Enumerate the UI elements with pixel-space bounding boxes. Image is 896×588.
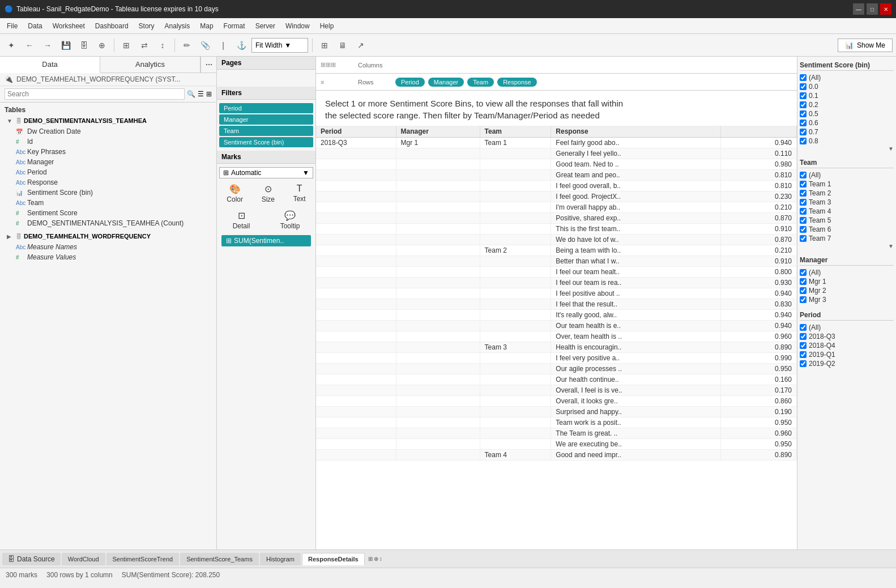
filter-check-item[interactable]: 0.1 xyxy=(800,91,894,100)
sentiment-scroll-down[interactable]: ▼ xyxy=(800,146,894,152)
pin-icon[interactable]: 📎 xyxy=(197,37,213,53)
filter-checkbox[interactable] xyxy=(800,235,807,242)
filter-checkbox[interactable] xyxy=(800,129,807,135)
home-icon[interactable]: ✦ xyxy=(3,37,19,53)
swap-button[interactable]: ⇄ xyxy=(136,37,152,53)
menu-analysis[interactable]: Analysis xyxy=(160,20,195,32)
filter-check-item[interactable]: 0.7 xyxy=(800,127,894,137)
source-name[interactable]: DEMO_TEAMHEALTH_WORDFREQUENCY (SYST... xyxy=(16,75,181,83)
link-icon[interactable]: | xyxy=(215,37,231,53)
share-icon[interactable]: ↗ xyxy=(353,37,369,53)
table-row[interactable]: Surprised and happy.. 0.190 xyxy=(316,407,797,417)
filter-check-item[interactable]: 0.2 xyxy=(800,100,894,109)
table-row[interactable]: We do have lot of w.. 0.870 xyxy=(316,235,797,245)
filter-period[interactable]: Period xyxy=(219,103,313,113)
filter-checkbox[interactable] xyxy=(800,360,807,367)
table-row[interactable]: Team 2 Being a team with lo.. 0.210 xyxy=(316,245,797,256)
size-mark[interactable]: ⊙ Size xyxy=(260,182,276,205)
table-row[interactable]: This is the first team.. 0.910 xyxy=(316,224,797,235)
filter-check-item[interactable]: Mgr 3 xyxy=(800,295,894,304)
sort-button[interactable]: ↕ xyxy=(155,37,170,53)
table1-name[interactable]: DEMO_SENTIMENTANALYSIS_TEAMHEA xyxy=(24,117,147,124)
team-scroll-down[interactable]: ▼ xyxy=(800,243,894,249)
filter-manager[interactable]: Manager xyxy=(219,114,313,125)
filter-checkbox[interactable] xyxy=(800,83,807,90)
filter-check-item[interactable]: 2018-Q4 xyxy=(800,341,894,350)
filter-check-item[interactable]: 0.0 xyxy=(800,82,894,91)
filter-check-item[interactable]: Team 3 xyxy=(800,198,894,207)
table-row[interactable]: Better than what I w.. 0.910 xyxy=(316,256,797,267)
search-icon[interactable]: 🔍 xyxy=(187,90,195,98)
filter-checkbox[interactable] xyxy=(800,278,807,285)
add-tab-icon[interactable]: ⊞ xyxy=(368,556,373,562)
menu-dashboard[interactable]: Dashboard xyxy=(91,20,133,32)
filter-checkbox[interactable] xyxy=(800,226,807,233)
text-mark[interactable]: T Text xyxy=(292,182,308,205)
table-row[interactable]: Our team health is e.. 0.940 xyxy=(316,321,797,331)
table-row[interactable]: I feel our team healt.. 0.800 xyxy=(316,267,797,278)
detail-mark[interactable]: ⊡ Detail xyxy=(231,208,252,232)
filter-check-item[interactable]: 0.8 xyxy=(800,137,894,146)
tab-data[interactable]: Data xyxy=(0,57,100,73)
table-row[interactable]: Our agile processes .. 0.950 xyxy=(316,364,797,374)
filter-check-item[interactable]: Team 1 xyxy=(800,180,894,189)
filter-check-item[interactable]: (All) xyxy=(800,73,894,82)
filter-check-item[interactable]: (All) xyxy=(800,171,894,180)
datasource-tab[interactable]: 🗄 Data Source xyxy=(2,553,61,565)
show-me-button[interactable]: 📊 Show Me xyxy=(838,39,893,52)
table-row[interactable]: I'm overall happy ab.. 0.210 xyxy=(316,202,797,213)
filter-check-item[interactable]: Mgr 1 xyxy=(800,277,894,286)
expand-icon1[interactable]: ▼ xyxy=(7,118,14,124)
field-team[interactable]: Abc Team xyxy=(14,198,207,208)
tab-sentimentscoretrend[interactable]: SentimentScoreTrend xyxy=(106,553,180,565)
table-row[interactable]: I feel very positive a.. 0.990 xyxy=(316,353,797,364)
tab-histogram[interactable]: Histogram xyxy=(260,553,301,565)
table-row[interactable]: Team work is a posit.. 0.950 xyxy=(316,417,797,428)
table-row[interactable]: Positive, shared exp.. 0.870 xyxy=(316,213,797,224)
filter-checkbox[interactable] xyxy=(800,333,807,340)
filter-check-item[interactable]: 2018-Q3 xyxy=(800,332,894,341)
filter-checkbox[interactable] xyxy=(800,74,807,81)
filter-team[interactable]: Team xyxy=(219,126,313,136)
table-row[interactable]: 2018-Q3 Mgr 1 Team 1 Feel fairly good ab… xyxy=(316,138,797,148)
filter-checkbox[interactable] xyxy=(800,208,807,215)
table-row[interactable]: I feel that the result.. 0.830 xyxy=(316,299,797,310)
table-row[interactable]: I feel good overall, b.. 0.810 xyxy=(316,181,797,191)
menu-help[interactable]: Help xyxy=(315,20,339,32)
filter-check-item[interactable]: Mgr 2 xyxy=(800,286,894,295)
field-period[interactable]: Abc Period xyxy=(14,167,207,177)
maximize-button[interactable]: □ xyxy=(867,3,878,15)
filter-checkbox[interactable] xyxy=(800,287,807,294)
menu-data[interactable]: Data xyxy=(23,20,46,32)
save-button[interactable]: 💾 xyxy=(58,37,74,53)
tab-wordcloud[interactable]: WordCloud xyxy=(62,553,105,565)
table-row[interactable]: Team 3 Health is encouragin.. 0.890 xyxy=(316,342,797,353)
table-row[interactable]: I feel our team is rea.. 0.930 xyxy=(316,278,797,288)
back-button[interactable]: ← xyxy=(22,37,37,53)
field-sentiment-score[interactable]: # Sentiment Score xyxy=(14,208,207,218)
field-manager[interactable]: Abc Manager xyxy=(14,157,207,167)
sum-chip[interactable]: ⊞ SUM(Sentimen.. xyxy=(221,235,311,246)
table-row[interactable]: We are executing be.. 0.950 xyxy=(316,439,797,450)
filter-check-item[interactable]: 0.6 xyxy=(800,118,894,127)
tab-sentimentscore-teams[interactable]: SentimentScore_Teams xyxy=(180,553,259,565)
fit-width-dropdown[interactable]: Fit Width ▼ xyxy=(251,38,308,53)
filter-check-item[interactable]: Team 4 xyxy=(800,207,894,216)
table-row[interactable]: The Team is great. .. 0.960 xyxy=(316,428,797,439)
pen-icon[interactable]: ✏ xyxy=(179,37,195,53)
menu-format[interactable]: Format xyxy=(219,20,250,32)
sort-tab-icon[interactable]: ↕ xyxy=(379,556,382,562)
table-row[interactable]: It's really good, alw.. 0.940 xyxy=(316,310,797,321)
filter-sentiment[interactable]: Sentiment Score (bin) xyxy=(219,137,313,147)
field-id[interactable]: # Id xyxy=(14,137,207,147)
field-key-phrases[interactable]: Abc Key Phrases xyxy=(14,147,207,157)
field-response[interactable]: Abc Response xyxy=(14,177,207,188)
table1-expand[interactable]: ▼ 🗄 DEMO_SENTIMENTANALYSIS_TEAMHEA xyxy=(5,116,212,125)
table-row[interactable]: Great team and peo.. 0.810 xyxy=(316,170,797,181)
table-row[interactable]: Team 4 Good and need impr.. 0.890 xyxy=(316,450,797,461)
filter-check-item[interactable]: Team 2 xyxy=(800,189,894,198)
menu-window[interactable]: Window xyxy=(281,20,314,32)
filter-check-item[interactable]: 0.5 xyxy=(800,109,894,118)
field-count[interactable]: # DEMO_SENTIMENTANALYSIS_TEAMHEA (Count) xyxy=(14,218,207,228)
table2-name[interactable]: DEMO_TEAMHEALTH_WORDFREQUENCY xyxy=(24,233,151,240)
